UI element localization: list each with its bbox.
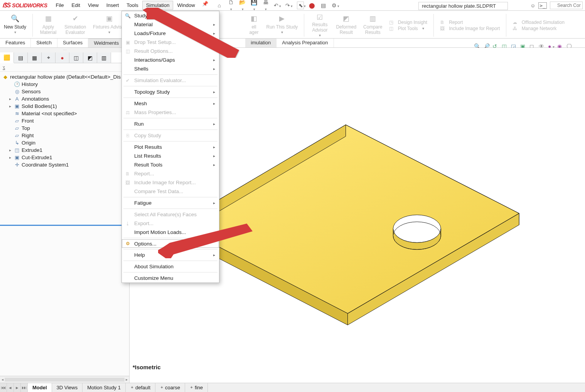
fm-tab-filter[interactable]: ▥ (97, 52, 111, 63)
tree-solid-bodies[interactable]: ▸▣Solid Bodies(1) (2, 103, 128, 110)
new-doc-icon[interactable]: 🗋 (228, 0, 234, 12)
tab-weldments[interactable]: Weldments (88, 39, 125, 47)
bottom-tab-study-coarse[interactable]: ✦coarse (155, 383, 185, 392)
menu-loads-fixture[interactable]: Loads/Fixture▸ (122, 29, 219, 38)
menu-sim-evaluator: ✔Simulation Evaluator... (122, 76, 219, 85)
menu-plot-results[interactable]: Plot Results▸ (122, 143, 219, 151)
tree-origin[interactable]: ↳Origin (2, 139, 128, 146)
view-orientation-label: Isometric (133, 364, 161, 370)
fm-tab-config[interactable]: ▦ (28, 52, 42, 63)
select-icon[interactable]: ⬉ (297, 2, 304, 9)
pin-menu-icon[interactable]: 📌 (202, 1, 208, 10)
bottom-tab-study-fine[interactable]: ✦fine (185, 383, 208, 392)
results-advisor-button[interactable]: ☑ Results Advisor▾ (309, 12, 330, 38)
menu-file[interactable]: File (52, 1, 68, 10)
menu-window[interactable]: Window (173, 1, 199, 10)
menu-about-simulation[interactable]: About Simulation (122, 262, 219, 271)
fm-tab-tree[interactable]: 🟨 (0, 52, 14, 63)
fm-tab-property[interactable]: ▤ (14, 52, 28, 63)
bottom-tab-study-default[interactable]: ✦default (126, 383, 155, 392)
tree-cut-extrude1[interactable]: ▸▣Cut-Extrude1 (2, 154, 128, 161)
menu-mass-properties: ⚖Mass Properties... (122, 108, 219, 117)
menu-result-tools[interactable]: Result Tools▸ (122, 160, 219, 169)
tree-extrude1[interactable]: ▸◫Extrude1 (2, 146, 128, 154)
include-image-button[interactable]: 🖼 Include Image for Report (438, 26, 501, 31)
tree-coord-sys1[interactable]: ✛Coordinate System1 (2, 161, 128, 168)
fm-tab-decal[interactable]: ◫ (69, 52, 83, 63)
menu-material[interactable]: Material▸ (122, 20, 219, 29)
compare-results-button[interactable]: ▥ Compare Results (362, 12, 384, 38)
menu-mesh[interactable]: Mesh▸ (122, 99, 219, 108)
deformed-result-button[interactable]: ◩ Deformed Result (334, 12, 358, 38)
rebuild-icon[interactable]: ⬤ (309, 2, 315, 8)
tree-history[interactable]: 🕑History (2, 81, 128, 88)
tree-sensors[interactable]: ◎Sensors (2, 88, 128, 95)
tab-nav-next[interactable]: ▸ (14, 383, 21, 392)
tree-top-plane[interactable]: ▱Top (2, 124, 128, 132)
tab-simulation[interactable]: imulation (245, 39, 276, 47)
menu-edit[interactable]: Edit (67, 1, 84, 10)
fm-tab-cam[interactable]: ◩ (83, 52, 97, 63)
design-insight-button[interactable]: ◳ Design Insight (388, 20, 428, 25)
search-input[interactable] (550, 2, 583, 9)
menu-options[interactable]: ⚙Options... (122, 239, 219, 248)
tab-nav-first[interactable]: ⏮ (0, 383, 7, 392)
redo-icon[interactable]: ↷ (285, 2, 292, 8)
tree-annotations[interactable]: ▸AAnnotations (2, 95, 128, 103)
menu-list-results[interactable]: List Results▸ (122, 151, 219, 160)
cloud-icon: ☁ (513, 20, 517, 25)
tab-sketch[interactable]: Sketch (31, 39, 57, 47)
tree-material[interactable]: ≋Material <not specified> (2, 110, 128, 117)
bottom-tab-3dviews[interactable]: 3D Views (52, 383, 83, 392)
menu-study[interactable]: 🔍Study... (122, 11, 219, 20)
bottom-tab-model[interactable]: Model (28, 383, 52, 392)
menu-view[interactable]: View (84, 1, 103, 10)
apply-material-button[interactable]: ▦ Apply Material (37, 12, 59, 38)
menu-simulation[interactable]: Simulation (142, 1, 174, 10)
panel-splitter[interactable]: ⋯ (0, 48, 129, 52)
app-logo: ẞS SOLIDWORKS (2, 2, 47, 9)
menu-import-motion[interactable]: Import Motion Loads... (122, 228, 219, 237)
tree-right-plane[interactable]: ▱Right (2, 132, 128, 139)
tree-root[interactable]: ◆ rectangular hollow plate (Default<<Def… (2, 73, 128, 81)
fm-filter-bar[interactable]: ʓ (0, 63, 129, 72)
manage-network-button[interactable]: 🖧 Manage Network (511, 26, 566, 31)
fm-scrollbar[interactable]: ◂▸ (0, 376, 129, 383)
simulation-ribbon: 🔍 New Study ▾ ▦ Apply Material ✔ Simulat… (0, 11, 585, 39)
offloaded-sim-button[interactable]: ☁ Offloaded Simulation (511, 20, 566, 25)
menu-tools[interactable]: Tools (123, 1, 142, 10)
save-icon[interactable]: 💾 (251, 0, 258, 12)
options-icon[interactable]: ▤ (320, 2, 327, 8)
bottom-tab-motion-study[interactable]: Motion Study 1 (83, 383, 126, 392)
tab-nav-last[interactable]: ⏭ (21, 383, 28, 392)
print-icon[interactable]: 🖶 (262, 0, 269, 12)
menu-interactions-gaps[interactable]: Interactions/Gaps▸ (122, 56, 219, 64)
help-icon[interactable]: ☺ (530, 3, 535, 8)
fm-tab-dimxpert[interactable]: ⌖ (42, 52, 56, 63)
open-doc-icon[interactable]: 📂 (239, 0, 246, 12)
home-icon[interactable]: ⌂ (216, 2, 223, 8)
menu-run[interactable]: Run▸ (122, 119, 219, 128)
tab-nav-prev[interactable]: ◂ (7, 383, 14, 392)
menu-insert[interactable]: Insert (103, 1, 123, 10)
tab-analysis-preparation[interactable]: Analysis Preparation (276, 39, 334, 47)
simulation-evaluator-button[interactable]: ✔ Simulation Evaluator (63, 12, 88, 38)
report-button[interactable]: 🗎 Report (438, 20, 501, 25)
fm-tab-display[interactable]: ● (56, 52, 69, 63)
tab-surfaces[interactable]: Surfaces (57, 39, 88, 47)
undo-icon[interactable]: ↶ (274, 2, 281, 8)
tree-front-plane[interactable]: ▱Front (2, 117, 128, 124)
menu-topology-study[interactable]: Topology Study▸ (122, 87, 219, 96)
menu-fatigue[interactable]: Fatigue▸ (122, 199, 219, 207)
run-study-button[interactable]: ▶ Run This Study▾ (265, 12, 299, 38)
menu-customize[interactable]: Customize Menu (122, 274, 219, 283)
settings-gear-icon[interactable]: ⚙ (332, 2, 339, 8)
menu-shells[interactable]: Shells▸ (122, 64, 219, 73)
shell-manager-button[interactable]: ◧ ell ager (247, 12, 261, 38)
command-search-icon[interactable]: >_ (538, 2, 547, 9)
feature-tree: ◆ rectangular hollow plate (Default<<Def… (0, 72, 129, 225)
new-study-button[interactable]: 🔍 New Study ▾ (2, 12, 28, 38)
menu-help[interactable]: Help▸ (122, 251, 219, 259)
plot-tools-button[interactable]: ◫ Plot Tools ▾ (388, 26, 428, 31)
tab-features[interactable]: Features (0, 39, 31, 47)
